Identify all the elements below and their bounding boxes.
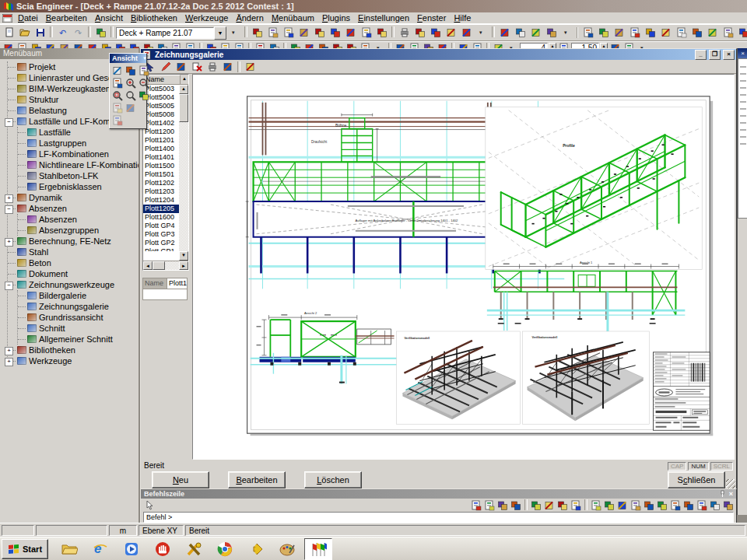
explorer-taskbar-icon[interactable] bbox=[55, 538, 83, 560]
plot-list-vscrollbar[interactable]: ▲ ▼ bbox=[179, 85, 188, 261]
lschen-button[interactable]: Löschen bbox=[304, 471, 362, 488]
view-surfaces-icon[interactable] bbox=[124, 65, 137, 76]
project-window-icon[interactable] bbox=[93, 26, 108, 40]
snap-cross-icon[interactable] bbox=[510, 499, 522, 511]
snap-line-icon[interactable] bbox=[470, 499, 482, 511]
plot-list-item[interactable]: Plott1600 bbox=[143, 213, 179, 222]
properties-panel-sliver[interactable]: × bbox=[737, 48, 747, 515]
snap-mid-icon[interactable] bbox=[556, 499, 569, 511]
open-icon[interactable] bbox=[17, 26, 32, 40]
snap-arc-icon[interactable] bbox=[483, 499, 496, 511]
ansicht-floating-toolbar[interactable]: Ansicht ▼ bbox=[109, 53, 147, 129]
plot-list-item[interactable]: Plott1401 bbox=[143, 153, 179, 162]
chevron-down-icon[interactable]: ▼ bbox=[142, 56, 147, 61]
menu-bearbeiten[interactable]: Bearbeiten bbox=[42, 13, 91, 23]
menu-werkzeuge[interactable]: Werkzeuge bbox=[181, 13, 232, 23]
app-titlebar[interactable]: Scia Engineer - [Deck + Rampe 21.07.12-2… bbox=[0, 0, 747, 12]
view-open-icon[interactable] bbox=[138, 89, 150, 101]
zoom-doc-icon[interactable] bbox=[513, 26, 528, 40]
clipboard-icon[interactable] bbox=[296, 26, 311, 40]
status-units[interactable]: m bbox=[109, 525, 137, 536]
caret-icon[interactable]: ▾ bbox=[227, 26, 242, 40]
key-icon[interactable] bbox=[497, 26, 512, 40]
menu-datei[interactable]: Datei bbox=[14, 13, 42, 23]
printer-2-icon[interactable] bbox=[265, 26, 280, 40]
tree-item-dynamik[interactable]: +Dynamik bbox=[17, 192, 139, 203]
gallery-doc-icon[interactable] bbox=[281, 26, 296, 40]
view-h-icon[interactable] bbox=[689, 26, 704, 40]
minimize-icon[interactable]: _ bbox=[695, 50, 707, 60]
menu-ansicht[interactable]: Ansicht bbox=[91, 13, 127, 23]
page-icon[interactable] bbox=[459, 26, 474, 40]
expand-icon[interactable]: + bbox=[5, 194, 13, 203]
scroll-left-icon[interactable]: ◄ bbox=[143, 261, 153, 270]
view-axes-icon[interactable] bbox=[111, 77, 124, 89]
view-j-icon[interactable] bbox=[721, 26, 735, 40]
snap-par-icon[interactable] bbox=[682, 499, 695, 511]
view-prev-icon[interactable] bbox=[111, 102, 124, 114]
view-k-icon[interactable] bbox=[736, 26, 747, 40]
collapse-icon[interactable]: − bbox=[5, 118, 13, 127]
plot-list-item[interactable]: Plott1400 bbox=[143, 145, 179, 153]
caret-icon[interactable]: ▾ bbox=[475, 26, 489, 40]
property-name-value[interactable]: Plott1... bbox=[167, 278, 187, 289]
arrows-taskbar-icon[interactable] bbox=[242, 538, 270, 560]
tree-item-stahlbeton-lfk[interactable]: Stahlbeton-LFK bbox=[27, 170, 139, 181]
calc-mesh-icon[interactable] bbox=[250, 26, 265, 40]
plot-list-hscrollbar[interactable]: ◄ ► bbox=[143, 261, 188, 270]
snap-end-icon[interactable] bbox=[722, 499, 735, 511]
tree-item-bildergalerie[interactable]: Bildergalerie bbox=[27, 290, 139, 301]
chart-icon[interactable] bbox=[528, 26, 543, 40]
menu-plugins[interactable]: Plugins bbox=[318, 13, 354, 23]
caret-icon[interactable]: ▾ bbox=[559, 26, 574, 40]
command-input[interactable]: Befehl > bbox=[143, 512, 734, 523]
paint-taskbar-icon[interactable] bbox=[273, 538, 301, 560]
ansicht-toolbar-titlebar[interactable]: Ansicht ▼ bbox=[110, 54, 146, 63]
zoom-window-icon[interactable] bbox=[111, 89, 124, 101]
menu-fenster[interactable]: Fenster bbox=[413, 13, 450, 23]
tools-taskbar-icon[interactable] bbox=[180, 538, 208, 560]
view-next-icon[interactable] bbox=[124, 102, 137, 114]
print-plot-icon[interactable] bbox=[205, 60, 219, 73]
tree-item-absenzen[interactable]: Absenzen bbox=[27, 214, 139, 225]
undo-icon[interactable]: ↶ bbox=[55, 26, 70, 40]
hscroll-thumb[interactable] bbox=[153, 261, 165, 270]
befehlszeile-titlebar[interactable]: Befehlszeile × bbox=[141, 489, 736, 499]
menu-menbaum[interactable]: Menübaum bbox=[268, 13, 318, 23]
copy-plot-icon[interactable] bbox=[174, 60, 188, 73]
sort-asc-icon[interactable]: ▲ bbox=[181, 75, 188, 84]
view-e-icon[interactable] bbox=[643, 26, 658, 40]
edit-plot-icon[interactable] bbox=[158, 60, 173, 73]
bitmap-icon[interactable] bbox=[328, 26, 342, 40]
scroll-right-icon[interactable]: ► bbox=[179, 261, 188, 270]
delete-plot-icon[interactable] bbox=[189, 60, 204, 73]
plot-list-item[interactable]: Plott1501 bbox=[143, 170, 179, 179]
scroll-down-icon[interactable]: ▼ bbox=[179, 251, 188, 261]
paste-icon[interactable] bbox=[312, 26, 327, 40]
chrome-taskbar-icon[interactable] bbox=[211, 538, 239, 560]
layout-b-icon[interactable] bbox=[359, 26, 374, 40]
zoom-all-icon[interactable] bbox=[124, 89, 137, 101]
plot-list-item[interactable]: Plott5005 bbox=[143, 102, 179, 110]
export-plot-icon[interactable] bbox=[220, 60, 235, 73]
bearbeiten-button[interactable]: Bearbeiten bbox=[228, 471, 286, 488]
combo-dropdown-icon[interactable]: ▼ bbox=[214, 26, 226, 40]
view-nodes-icon[interactable] bbox=[111, 65, 124, 76]
preview-plot-icon[interactable] bbox=[243, 60, 258, 73]
tree-item-lastgruppen[interactable]: Lastgruppen bbox=[27, 138, 139, 149]
expand-icon[interactable]: + bbox=[5, 347, 13, 355]
redo-icon[interactable]: ↷ bbox=[71, 26, 86, 40]
view-c-icon[interactable] bbox=[612, 26, 626, 40]
snap-near-icon[interactable] bbox=[656, 499, 668, 511]
tree-item-grundrissansicht[interactable]: Grundrissansicht bbox=[27, 312, 139, 323]
tree-item-schnitt[interactable]: Schnitt bbox=[27, 323, 139, 334]
menu-einstellungen[interactable]: Einstellungen bbox=[354, 13, 413, 23]
zoom-in-icon[interactable] bbox=[124, 77, 137, 89]
start-button[interactable]: Start bbox=[2, 539, 48, 559]
plot-list-item[interactable]: Plott1205 bbox=[143, 205, 179, 213]
plot-list-item[interactable]: Plott1200 bbox=[143, 128, 179, 136]
close-icon[interactable]: × bbox=[738, 48, 747, 58]
menu-bibliotheken[interactable]: Bibliotheken bbox=[127, 13, 181, 23]
book-icon[interactable] bbox=[428, 26, 443, 40]
folders-icon[interactable] bbox=[412, 26, 427, 40]
